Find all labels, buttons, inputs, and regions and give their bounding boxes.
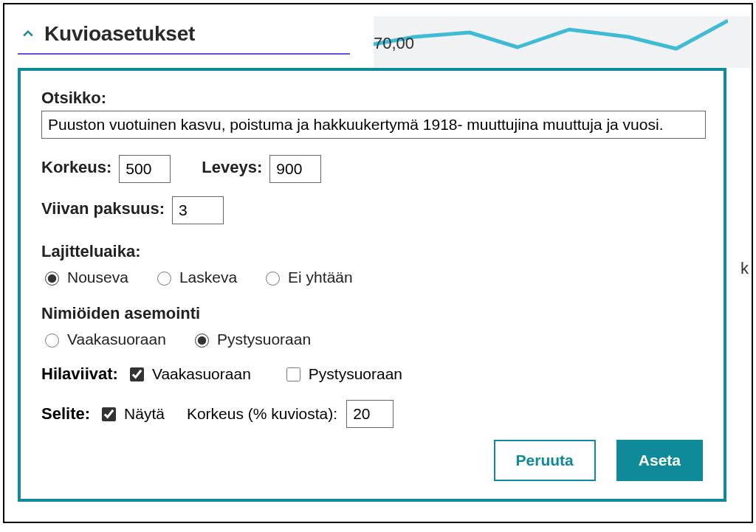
grid-horizontal-label: Vaakasuoraan [152,365,251,383]
orient-vertical-radio[interactable] [195,334,209,348]
width-input[interactable] [269,155,321,183]
sort-desc-option[interactable]: Laskeva [154,269,237,286]
sort-asc-radio[interactable] [45,272,59,286]
height-label: Korkeus: [41,158,111,177]
line-width-input[interactable] [172,196,224,224]
sort-none-label: Ei yhtään [288,269,353,286]
legend-label: Selite: [41,404,90,424]
settings-panel: Otsikko: Korkeus: Leveys: Viivan paksuus… [18,68,726,502]
sort-label: Lajitteluaika: [41,242,703,261]
grid-vertical-label: Pystysuoraan [309,365,402,383]
title-label: Otsikko: [41,89,106,108]
sort-none-radio[interactable] [266,272,280,286]
line-width-label: Viivan paksuus: [41,199,165,218]
width-label: Leveys: [202,158,262,177]
chart-y-tick: 70,00 [374,34,414,53]
sort-asc-label: Nouseva [67,269,128,286]
chevron-up-icon [21,27,35,41]
orient-horizontal-option[interactable]: Vaakasuoraan [41,331,166,348]
sort-desc-radio[interactable] [157,272,171,286]
legend-height-input[interactable] [346,400,394,428]
sort-desc-label: Laskeva [179,269,237,286]
orient-vertical-label: Pystysuoraan [217,331,311,348]
legend-show-checkbox[interactable] [102,407,116,421]
gridlines-label: Hilaviivat: [41,365,118,384]
orient-vertical-option[interactable]: Pystysuoraan [191,331,311,348]
background-chart [374,16,752,68]
title-input[interactable] [41,111,706,139]
sort-none-option[interactable]: Ei yhtään [262,269,353,286]
legend-show-option[interactable]: Näytä [99,405,165,424]
apply-button[interactable]: Aseta [616,440,703,481]
grid-vertical-option[interactable]: Pystysuoraan [284,365,402,384]
legend-height-label: Korkeus (% kuviosta): [187,405,337,423]
legend-show-label: Näytä [124,405,165,423]
sort-asc-option[interactable]: Nouseva [41,269,128,286]
height-input[interactable] [119,155,171,183]
accordion-header[interactable]: Kuvioasetukset [18,18,350,55]
grid-horizontal-checkbox[interactable] [130,367,144,381]
grid-vertical-checkbox[interactable] [286,367,300,381]
cancel-button[interactable]: Peruuta [494,440,596,481]
orient-horizontal-radio[interactable] [45,334,59,348]
label-orient-label: Nimiöiden asemointi [41,304,703,323]
orient-horizontal-label: Vaakasuoraan [67,331,166,348]
grid-horizontal-option[interactable]: Vaakasuoraan [127,365,251,384]
accordion-title: Kuvioasetukset [44,22,195,46]
chart-right-marker: k [740,259,749,278]
